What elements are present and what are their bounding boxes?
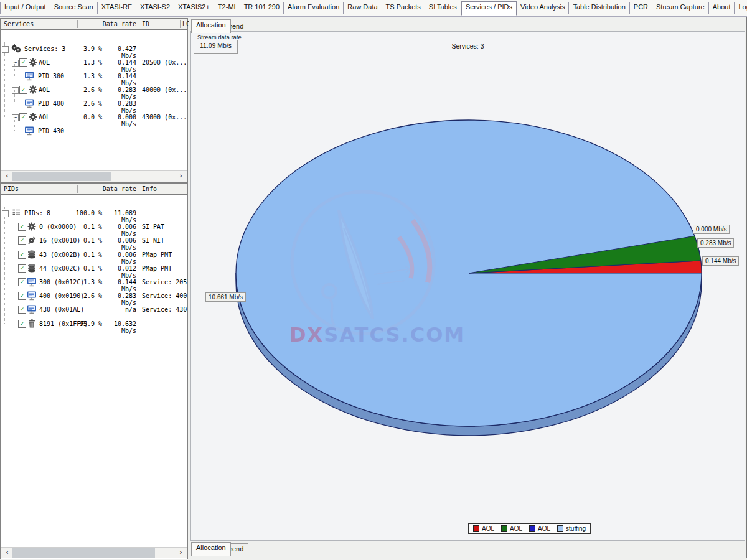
tree-row-service[interactable]: − ✓ AOL 1.3 % 0.144 Mb/s 20500 (0x... — [1, 55, 187, 69]
tree-row-pid[interactable]: ✓ 16 (0x0010) 0.1 % 0.006 Mb/s SI NIT — [1, 233, 187, 247]
tree-row-service[interactable]: − ✓ AOL 2.6 % 0.283 Mb/s 40000 (0x... — [1, 83, 187, 96]
tab-services-pids[interactable]: Services / PIDs — [461, 1, 517, 16]
tree-row-pid[interactable]: PID 400 2.6 % 0.283 Mb/s — [1, 96, 187, 110]
collapse-icon[interactable]: − — [12, 87, 19, 94]
collapse-icon[interactable]: − — [12, 114, 19, 121]
tab-allocation-top[interactable]: Allocation — [191, 19, 231, 33]
tree-row-services-root[interactable]: − Services: 3 3.9 % 0.427 Mb/s — [1, 42, 187, 55]
checkbox[interactable]: ✓ — [18, 223, 26, 231]
tab-si-tables[interactable]: SI Tables — [425, 2, 461, 14]
scrollbar-thumb[interactable] — [12, 172, 111, 181]
row-info: Service: 43000 ( — [142, 306, 187, 313]
collapse-icon[interactable]: − — [12, 60, 19, 67]
tree-row-pid[interactable]: ✓ 8191 (0x1FFF) 95.9 % 10.632 Mb/s — [1, 317, 187, 330]
services-hscrollbar[interactable]: ‹ › — [1, 170, 187, 182]
col-data-rate[interactable]: Data rate — [77, 21, 139, 27]
tab-input-output[interactable]: Input / Output — [0, 2, 50, 14]
pat-gear-icon — [27, 222, 37, 231]
col-divider[interactable] — [180, 20, 181, 28]
collapse-icon[interactable]: − — [2, 210, 9, 217]
tab-stream-capture[interactable]: Stream Capture — [652, 2, 709, 14]
slice-label-0-283: 0.283 Mb/s — [697, 238, 734, 248]
row-info: SI PAT — [142, 223, 187, 230]
pmt-discs-icon — [27, 250, 37, 259]
pids-hscrollbar[interactable]: ‹ › — [1, 547, 187, 558]
col-info[interactable]: Info — [142, 185, 157, 192]
scrollbar-thumb[interactable] — [12, 548, 155, 558]
checkbox[interactable]: ✓ — [19, 86, 27, 94]
checkbox[interactable]: ✓ — [19, 58, 27, 67]
tree-row-pid[interactable]: ✓ 44 (0x002C) 0.1 % 0.012 Mb/s PMap PMT — [1, 261, 187, 275]
row-percent: 100.0 % — [67, 210, 102, 217]
pids-tree: − PIDs: 8 100.0 % 11.089 Mb/s ✓ 0 (0x000… — [1, 195, 187, 548]
scroll-left-icon[interactable]: ‹ — [2, 172, 12, 181]
service-gear-icon — [28, 112, 38, 122]
null-pid-trash-icon — [27, 319, 37, 329]
tab-ts-packets[interactable]: TS Packets — [382, 2, 425, 14]
checkbox[interactable]: ✓ — [18, 292, 26, 300]
col-divider[interactable] — [139, 20, 139, 28]
checkbox[interactable]: ✓ — [18, 278, 26, 286]
tree-row-service[interactable]: − ✓ AOL 0.0 % 0.000 Mb/s 43000 (0x... — [1, 110, 187, 124]
scroll-right-icon[interactable]: › — [176, 172, 186, 181]
scroll-right-icon[interactable]: › — [176, 548, 186, 558]
row-percent: 3.9 % — [67, 45, 102, 52]
row-label: AOL — [39, 114, 50, 121]
tab-allocation-bottom[interactable]: Allocation — [191, 542, 231, 556]
tree-row-pid[interactable]: ✓ 300 (0x012C) 1.3 % 0.144 Mb/s Service:… — [1, 275, 187, 289]
tab-video-analysis[interactable]: Video Analysis — [517, 2, 569, 14]
tree-row-pid[interactable]: ✓ 0 (0x0000) 0.1 % 0.006 Mb/s SI PAT — [1, 220, 187, 233]
tab-xtasis2plus[interactable]: XTASIS2+ — [174, 2, 214, 14]
col-divider[interactable] — [139, 185, 139, 193]
col-id[interactable]: ID — [142, 21, 149, 27]
scroll-left-icon[interactable]: ‹ — [2, 548, 12, 558]
tree-row-pid[interactable]: PID 430 — [1, 124, 187, 138]
collapse-icon[interactable]: − — [2, 46, 9, 53]
row-label: PID 400 — [38, 100, 64, 107]
tree-row-pid[interactable]: PID 300 1.3 % 0.144 Mb/s — [1, 69, 187, 83]
tree-row-pids-root[interactable]: − PIDs: 8 100.0 % 11.089 Mb/s — [1, 206, 187, 220]
row-percent: 0.1 % — [67, 223, 102, 230]
main-tab-bar: Input / OutputSource ScanXTASI-RFXTASI-S… — [0, 0, 747, 17]
tab-about[interactable]: About — [709, 2, 735, 14]
row-info: PMap PMT — [142, 251, 187, 258]
tab-table-distribution[interactable]: Table Distribution — [569, 2, 629, 14]
checkbox[interactable]: ✓ — [18, 251, 26, 259]
pid-monitor-icon — [27, 291, 37, 301]
col-services[interactable]: Services — [4, 21, 34, 27]
checkbox[interactable]: ✓ — [19, 113, 27, 121]
row-id: 20500 (0x... — [142, 59, 187, 66]
row-id: 40000 (0x... — [142, 86, 187, 93]
tab-tr-101-290[interactable]: TR 101 290 — [240, 2, 284, 14]
pid-monitor-icon — [27, 277, 37, 287]
legend-label: stuffing — [566, 525, 586, 532]
tab-t2-mi[interactable]: T2-MI — [214, 2, 240, 14]
row-info: SI NIT — [142, 237, 187, 244]
service-gear-icon — [28, 57, 38, 67]
services-tree: − Services: 3 3.9 % 0.427 Mb/s − ✓ AOL 1… — [1, 30, 187, 171]
col-data-rate[interactable]: Data rate — [77, 185, 139, 192]
checkbox[interactable]: ✓ — [18, 320, 26, 328]
row-percent: 0.0 % — [67, 114, 102, 121]
tab-raw-data[interactable]: Raw Data — [344, 2, 382, 14]
tab-pcr[interactable]: PCR — [630, 2, 652, 14]
col-pids[interactable]: PIDs — [4, 185, 19, 192]
checkbox[interactable]: ✓ — [18, 264, 26, 273]
tab-log[interactable]: Log — [735, 2, 747, 14]
pid-monitor-icon — [24, 71, 34, 81]
checkbox[interactable]: ✓ — [18, 306, 26, 314]
checkbox[interactable]: ✓ — [18, 236, 26, 245]
tab-xtasi-s2[interactable]: XTASI-S2 — [136, 2, 174, 14]
row-percent: 2.6 % — [67, 292, 102, 299]
legend-label: AOL — [482, 525, 494, 532]
tab-xtasi-rf[interactable]: XTASI-RF — [98, 2, 136, 14]
tab-source-scan[interactable]: Source Scan — [50, 2, 98, 14]
tree-row-pid[interactable]: ✓ 430 (0x01AE) n/a Service: 43000 ( — [1, 302, 187, 316]
pid-monitor-icon — [24, 98, 34, 108]
tab-alarm-evaluation[interactable]: Alarm Evaluation — [284, 2, 344, 14]
tree-row-pid[interactable]: ✓ 43 (0x002B) 0.1 % 0.006 Mb/s PMap PMT — [1, 248, 187, 261]
tree-row-pid[interactable]: ✓ 400 (0x0190) 2.6 % 0.283 Mb/s Service:… — [1, 289, 187, 302]
row-percent: 2.6 % — [67, 86, 102, 93]
row-label: PID 430 — [38, 128, 64, 134]
row-rate: 10.632 Mb/s — [102, 320, 136, 334]
